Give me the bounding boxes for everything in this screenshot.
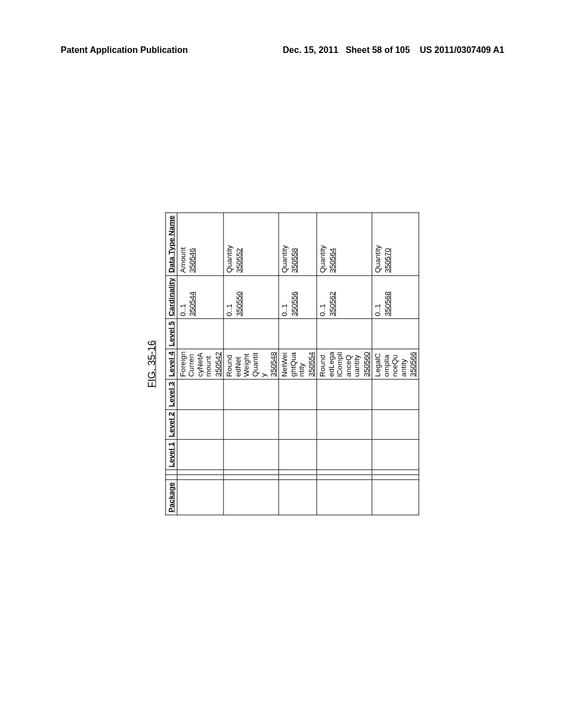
cell-type: Quantity 350564 (317, 213, 372, 275)
cell-l5 (177, 319, 224, 349)
cell-blank (372, 475, 419, 480)
cell-blank (177, 470, 224, 475)
type-ref: 350570 (383, 216, 392, 273)
card-ref: 350562 (328, 278, 337, 317)
table-row: NetWeightQuantity 350554 0..1 350556 Qua… (279, 213, 317, 515)
l4-ref: 350542 (214, 351, 222, 377)
cell-l1 (279, 440, 317, 470)
col-level-3: Level 3 (166, 379, 177, 410)
publication-label: Patent Application Publication (61, 45, 188, 55)
data-table: Package Level 1 Level 2 Level 3 Level 4 … (166, 213, 419, 516)
cell-l3 (279, 379, 317, 410)
cell-l4: ForeignCurrencyNetAmount 350542 (177, 349, 224, 379)
cell-package (317, 480, 372, 515)
pub-date: Dec. 15, 2011 (283, 45, 339, 55)
l4-name: LegalComplianceQuantity (374, 353, 408, 377)
cell-card: 0..1 350544 (177, 275, 224, 319)
cell-package (279, 480, 317, 515)
l4-name: NetWeightQuantity (280, 352, 306, 377)
cell-l2 (279, 409, 317, 440)
col-level-1: Level 1 (166, 440, 177, 470)
cell-l4: LegalComplianceQuantity 350566 (372, 349, 419, 379)
card-value: 0..1 (318, 304, 327, 317)
card-ref: 350544 (188, 278, 197, 317)
card-value: 0..1 (225, 304, 233, 317)
cell-l3 (223, 379, 279, 410)
cell-l4: NetWeightQuantity 350554 (279, 349, 317, 379)
col-level-2: Level 2 (166, 409, 177, 440)
card-ref: 350568 (383, 278, 392, 317)
card-ref: 350556 (290, 278, 299, 317)
cell-card: 0..1 350562 (317, 275, 372, 319)
cell-type: Quantity 350570 (372, 213, 419, 275)
cell-l2 (317, 409, 372, 440)
col-data-type: Data Type Name (166, 213, 177, 275)
cell-l3 (177, 379, 224, 410)
l4-ref: 350554 (307, 351, 316, 377)
cell-l5 (279, 319, 317, 349)
figure-label: FIG. 35-16 (146, 213, 158, 516)
cell-l2 (372, 409, 419, 440)
table-header-row: Package Level 1 Level 2 Level 3 Level 4 … (166, 213, 177, 515)
l4-ref: 350560 (362, 351, 371, 377)
l4-name: ForeignCurrencyNetAmount (178, 351, 212, 377)
col-level-5: Level 5 (166, 319, 177, 349)
card-ref: 350550 (234, 278, 243, 317)
cell-blank (317, 475, 372, 480)
card-value: 0..1 (374, 304, 382, 317)
cell-package (372, 480, 419, 515)
cell-l5 (372, 319, 419, 349)
cell-card: 0..1 350550 (223, 275, 279, 319)
type-ref: 350552 (234, 216, 243, 273)
cell-l1 (372, 440, 419, 470)
col-blank-2 (166, 470, 177, 475)
page-header: Patent Application Publication Dec. 15, … (61, 45, 504, 55)
cell-l3 (317, 379, 372, 410)
cell-blank (279, 475, 317, 480)
type-name: Quantity (280, 245, 289, 273)
type-ref: 350546 (188, 216, 197, 273)
cell-type: Quantity 350558 (279, 213, 317, 275)
publication-meta: Dec. 15, 2011 Sheet 58 of 105 US 2011/03… (283, 45, 504, 55)
cell-type: Quantity 350552 (223, 213, 279, 275)
card-value: 0..1 (280, 304, 289, 317)
sheet-number: Sheet 58 of 105 (345, 45, 410, 55)
cell-blank (372, 470, 419, 475)
cell-card: 0..1 350568 (372, 275, 419, 319)
figure-container: FIG. 35-16 Package Level 1 Level 2 Level… (146, 213, 419, 516)
table-row: RoundedNetWeightQuantity 350548 0..1 350… (223, 213, 279, 515)
cell-l4: RoundedLegalComplianceQuantity 350560 (317, 349, 372, 379)
cell-l1 (177, 440, 224, 470)
table-row: RoundedLegalComplianceQuantity 350560 0.… (317, 213, 372, 515)
cell-l5 (317, 319, 372, 349)
cell-package (177, 480, 224, 515)
table-row: LegalComplianceQuantity 350566 0..1 3505… (372, 213, 419, 515)
l4-ref: 350566 (409, 351, 418, 377)
type-name: Quantity (374, 245, 382, 273)
cell-l1 (223, 440, 279, 470)
cell-card: 0..1 350556 (279, 275, 317, 319)
col-level-4: Level 4 (166, 349, 177, 379)
col-blank-1 (166, 475, 177, 480)
col-cardinality: Cardinality (166, 275, 177, 319)
cell-package (223, 480, 279, 515)
cell-blank (317, 470, 372, 475)
type-ref: 350558 (290, 216, 299, 273)
l4-ref: 350548 (269, 351, 278, 377)
l4-name: RoundedNetWeightQuantity (225, 353, 268, 377)
cell-blank (223, 475, 279, 480)
cell-blank (177, 475, 224, 480)
cell-l2 (223, 409, 279, 440)
cell-blank (223, 470, 279, 475)
cell-l2 (177, 409, 224, 440)
type-ref: 350564 (328, 216, 337, 273)
cell-type: Amount 350546 (177, 213, 224, 275)
l4-name: RoundedLegalComplianceQuantity (318, 352, 361, 377)
cell-blank (279, 470, 317, 475)
pub-number: US 2011/0307409 A1 (420, 45, 504, 55)
col-package: Package (166, 480, 177, 515)
cell-l3 (372, 379, 419, 410)
card-value: 0..1 (178, 304, 186, 317)
table-row: ForeignCurrencyNetAmount 350542 0..1 350… (177, 213, 224, 515)
cell-l1 (317, 440, 372, 470)
